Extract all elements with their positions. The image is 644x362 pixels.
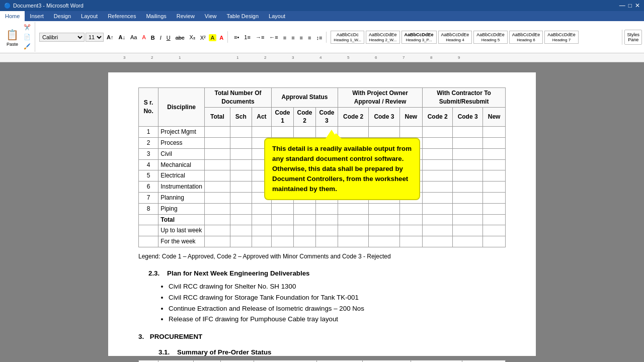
cell bbox=[483, 170, 506, 182]
ruler-mark-7r: 7 bbox=[403, 55, 405, 60]
align-right-button[interactable]: ≡ bbox=[298, 34, 305, 42]
cell bbox=[139, 236, 158, 247]
ruler-mark-1r: 1 bbox=[236, 55, 238, 60]
tab-table-design[interactable]: Table Design bbox=[222, 11, 264, 21]
bold-button[interactable]: B bbox=[149, 34, 157, 42]
cell-total-label: Total bbox=[158, 214, 205, 225]
superscript-button[interactable]: X² bbox=[198, 34, 208, 42]
cell-uplastweek-label: Up to last week bbox=[158, 225, 205, 236]
cell bbox=[272, 203, 294, 214]
clear-format-button[interactable]: A bbox=[140, 33, 147, 41]
col-new-a: New bbox=[399, 107, 423, 127]
underline-button[interactable]: U bbox=[165, 34, 173, 42]
strikethrough-button[interactable]: abc bbox=[174, 34, 187, 42]
outdent-button[interactable]: ←≡ bbox=[267, 33, 280, 41]
minimize-icon[interactable]: — bbox=[619, 2, 625, 9]
styles-pane-button[interactable]: StylesPane bbox=[624, 30, 642, 45]
cell bbox=[423, 192, 453, 203]
section31-heading: 3.1. Summary of Pre-Order Status bbox=[158, 348, 506, 357]
list-item: Continue Extraction and Release of Isome… bbox=[169, 304, 506, 314]
cell bbox=[423, 214, 453, 225]
cell bbox=[139, 214, 158, 225]
style-heading1[interactable]: AaBbCcDcHeading 1_W... bbox=[331, 31, 364, 44]
cell bbox=[294, 236, 316, 247]
cell bbox=[423, 127, 453, 138]
section3-title: PROCUREMENT bbox=[150, 333, 202, 340]
col-act: Act bbox=[252, 107, 271, 127]
title-text: Document3 - Microsoft Word bbox=[13, 3, 84, 9]
text-highlight-button[interactable]: A bbox=[209, 34, 216, 41]
maximize-icon[interactable]: □ bbox=[628, 2, 632, 9]
tab-home[interactable]: Home bbox=[0, 11, 25, 21]
cell bbox=[453, 148, 483, 159]
tab-design[interactable]: Design bbox=[49, 11, 76, 21]
italic-button[interactable]: I bbox=[158, 34, 164, 42]
tab-references[interactable]: References bbox=[103, 11, 141, 21]
cell bbox=[230, 192, 252, 203]
copy-button[interactable]: 📄 bbox=[22, 33, 33, 41]
cell bbox=[338, 225, 368, 236]
tab-mailings[interactable]: Mailings bbox=[141, 11, 171, 21]
close-icon[interactable]: ✕ bbox=[635, 2, 640, 9]
legend-text: Legend: Code 1 – Approved, Code 2 – Appr… bbox=[138, 252, 506, 261]
tab-layout[interactable]: Layout bbox=[76, 11, 103, 21]
cut-button[interactable]: ✂️ bbox=[22, 23, 33, 32]
cell bbox=[315, 225, 338, 236]
line-spacing-button[interactable]: ↕≡ bbox=[314, 34, 324, 42]
cell bbox=[369, 203, 399, 214]
subscript-button[interactable]: X₂ bbox=[187, 33, 197, 42]
cell bbox=[315, 203, 338, 214]
col-code3a: Code 3 bbox=[315, 107, 338, 127]
decrease-font-button[interactable]: A↓ bbox=[116, 33, 127, 41]
align-left-button[interactable]: ≡ bbox=[281, 34, 288, 42]
cell-discipline: Mechanical bbox=[158, 159, 205, 170]
bullets-button[interactable]: ≡• bbox=[232, 33, 241, 41]
ruler-mark-8r: 8 bbox=[430, 55, 432, 60]
list-item: Civil RCC drawing for Storage Tank Found… bbox=[169, 293, 506, 303]
align-center-button[interactable]: ≡ bbox=[289, 34, 296, 42]
justify-button[interactable]: ≡ bbox=[306, 34, 313, 42]
cell-srno: 8 bbox=[139, 203, 158, 214]
style-heading7[interactable]: AaBbCcDdEeHeading 7 bbox=[544, 31, 579, 44]
cell bbox=[453, 214, 483, 225]
col-project-owner: With Project Owner Approval / Review bbox=[338, 88, 422, 108]
cell bbox=[338, 127, 368, 138]
cell-discipline: Piping bbox=[158, 203, 205, 214]
col-code1: Code 1 bbox=[272, 107, 294, 127]
cell bbox=[204, 182, 230, 193]
style-heading5[interactable]: AaBbCcDdEeHeading 5 bbox=[473, 31, 508, 44]
document-area[interactable]: S r. No. Discipline Total Number Of Docu… bbox=[0, 62, 644, 362]
increase-font-button[interactable]: A↑ bbox=[105, 33, 115, 41]
paste-button[interactable]: 📋 bbox=[4, 28, 21, 42]
section23-number: 2.3. bbox=[148, 269, 159, 277]
style-heading6[interactable]: AaBbCcDdEeHeading 6 bbox=[509, 31, 543, 44]
cell bbox=[272, 127, 294, 138]
col-contractor: With Contractor To Submit/Resubmit bbox=[423, 88, 506, 108]
cell bbox=[399, 236, 423, 247]
cell bbox=[453, 236, 483, 247]
section23-bullets: Civil RCC drawing for Shelter No. SH 130… bbox=[169, 282, 506, 324]
font-color-button[interactable]: A bbox=[217, 34, 225, 42]
indent-button[interactable]: →≡ bbox=[254, 33, 266, 41]
tab-review[interactable]: Review bbox=[172, 11, 200, 21]
tab-layout2[interactable]: Layout bbox=[264, 11, 290, 21]
ruler-mark-2: 2 bbox=[151, 55, 153, 60]
tab-insert[interactable]: Insert bbox=[25, 11, 49, 21]
change-case-button[interactable]: Aa bbox=[128, 33, 139, 41]
cell bbox=[204, 159, 230, 170]
cell bbox=[423, 137, 453, 148]
cell-srno: 3 bbox=[139, 148, 158, 159]
font-select[interactable]: Calibri bbox=[39, 33, 85, 42]
tab-view[interactable]: View bbox=[200, 11, 222, 21]
style-heading4[interactable]: AaBbCcDdEeHeading 4 bbox=[438, 31, 472, 44]
style-heading2[interactable]: AaBbCcDdEeHeading 2_W... bbox=[366, 31, 400, 44]
cell-discipline: Process bbox=[158, 137, 205, 148]
font-size-select[interactable]: 11 bbox=[86, 33, 104, 42]
numbering-button[interactable]: 1≡ bbox=[242, 33, 253, 41]
style-heading3[interactable]: AaBbCcDdEeHeading 3_P... bbox=[401, 31, 437, 44]
cell bbox=[483, 225, 506, 236]
cell bbox=[204, 236, 230, 247]
format-painter-button[interactable]: 🖌️ bbox=[22, 42, 33, 51]
cell bbox=[483, 203, 506, 214]
ribbon-toolbar: 📋 Paste ✂️ 📄 🖌️ Calibri 11 A↑ A↓ Aa A B … bbox=[0, 21, 644, 53]
